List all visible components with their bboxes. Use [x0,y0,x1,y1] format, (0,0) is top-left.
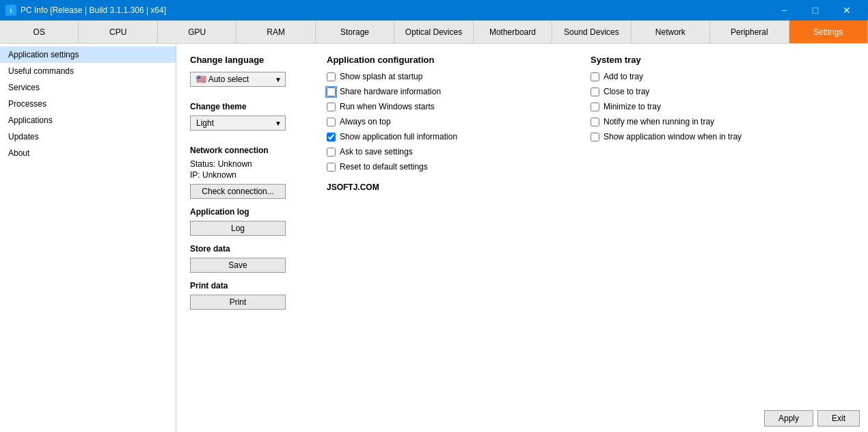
minimize-button[interactable]: − [768,0,800,21]
checkbox-show-window-tray-input[interactable] [591,133,599,141]
sidebar-item-applications[interactable]: Applications [0,112,176,129]
checkbox-run-windows-label: Run when Windows starts [340,102,435,111]
checkbox-splash-label: Show splash at startup [340,72,422,81]
close-button[interactable]: ✕ [831,0,863,21]
checkbox-reset-default-input[interactable] [327,163,336,172]
change-language-header: Change language [190,55,313,65]
checkbox-show-window-tray: Show application window when in tray [591,132,841,141]
content-area: Change language 🇺🇸 Auto select ▼ Change … [176,44,868,432]
tab-ram[interactable]: RAM [236,21,315,43]
maximize-button[interactable]: □ [800,0,831,21]
sidebar-item-processes[interactable]: Processes [0,96,176,112]
checkbox-minimize-tray-input[interactable] [591,103,599,111]
change-theme-header: Change theme [190,102,313,111]
checkbox-run-windows: Run when Windows starts [327,102,577,111]
checkbox-notify-tray-input[interactable] [591,118,599,126]
checkbox-close-tray-input[interactable] [591,87,599,96]
save-button[interactable]: Save [190,258,286,273]
checkbox-full-info: Show application full information [327,132,577,141]
tab-peripheral[interactable]: Peripheral [710,21,789,43]
tab-motherboard[interactable]: Motherboard [474,21,552,43]
website-link[interactable]: JSOFTJ.COM [327,183,577,192]
settings-col-1: Change language 🇺🇸 Auto select ▼ Change … [190,55,327,421]
main-layout: Application settings Useful commands Ser… [0,44,868,432]
checkbox-splash: Show splash at startup [327,72,577,81]
tab-gpu[interactable]: GPU [158,21,236,43]
sidebar-item-updates[interactable]: Updates [0,129,176,145]
checkbox-notify-tray: Notify me when running in tray [591,117,841,126]
store-data-header: Store data [190,244,313,254]
sidebar-item-app-settings[interactable]: Application settings [0,46,176,63]
checkbox-full-info-label: Show application full information [340,132,457,141]
checkbox-reset-default: Reset to default settings [327,162,577,172]
window-controls: − □ ✕ [768,0,863,21]
settings-col-3: System tray Add to tray Close to tray Mi… [591,55,854,421]
tab-sound[interactable]: Sound Devices [552,21,631,43]
checkbox-ask-save-label: Ask to save settings [340,147,413,157]
checkbox-add-tray-input[interactable] [591,72,599,81]
checkbox-minimize-tray: Minimize to tray [591,102,841,111]
checkbox-always-top-label: Always on top [340,117,391,126]
language-dropdown-wrapper: 🇺🇸 Auto select ▼ [190,72,286,87]
checkbox-close-tray: Close to tray [591,87,841,96]
tab-os[interactable]: OS [0,21,79,43]
checkbox-notify-tray-label: Notify me when running in tray [603,117,714,126]
check-connection-button[interactable]: Check connection... [190,184,286,199]
tab-network[interactable]: Network [632,21,710,43]
theme-dropdown[interactable]: Light Dark [190,116,286,131]
checkbox-minimize-tray-label: Minimize to tray [603,102,661,111]
settings-columns: Change language 🇺🇸 Auto select ▼ Change … [190,55,854,421]
tab-settings[interactable]: Settings [789,21,868,43]
apply-button[interactable]: Apply [764,410,813,427]
checkbox-show-window-tray-label: Show application window when in tray [603,132,742,141]
tab-storage[interactable]: Storage [316,21,394,43]
checkbox-run-windows-input[interactable] [327,103,336,111]
tab-cpu[interactable]: CPU [79,21,157,43]
checkbox-splash-input[interactable] [327,72,336,81]
app-config-header: Application configuration [327,55,577,65]
print-data-header: Print data [190,281,313,291]
checkbox-share: Share hardware information [327,87,577,96]
sidebar-item-about[interactable]: About [0,145,176,161]
language-dropdown[interactable]: 🇺🇸 Auto select [190,72,286,87]
checkbox-ask-save: Ask to save settings [327,147,577,157]
checkbox-share-input[interactable] [327,87,336,96]
network-ip: IP: Unknown [190,170,313,180]
theme-dropdown-wrapper: Light Dark ▼ [190,116,286,131]
checkbox-always-top-input[interactable] [327,118,336,126]
settings-col-2: Application configuration Show splash at… [327,55,591,421]
bottom-bar: Apply Exit [756,405,868,432]
title-bar: i PC Info [Release | Build 3.1.1.306 | x… [0,0,868,21]
checkbox-always-top: Always on top [327,117,577,126]
checkbox-add-tray-label: Add to tray [603,72,643,81]
system-tray-header: System tray [591,55,841,65]
print-button[interactable]: Print [190,295,286,310]
application-log-header: Application log [190,207,313,217]
checkbox-reset-default-label: Reset to default settings [340,162,428,172]
title-bar-title: PC Info [Release | Build 3.1.1.306 | x64… [21,5,768,15]
sidebar-item-useful-commands[interactable]: Useful commands [0,63,176,79]
checkbox-full-info-input[interactable] [327,133,336,141]
sidebar-item-services[interactable]: Services [0,79,176,96]
checkbox-add-tray: Add to tray [591,72,841,81]
app-icon: i [5,5,16,16]
tab-optical[interactable]: Optical Devices [394,21,473,43]
log-button[interactable]: Log [190,221,286,236]
exit-button[interactable]: Exit [817,410,860,427]
checkbox-close-tray-label: Close to tray [603,87,649,96]
tab-bar: OS CPU GPU RAM Storage Optical Devices M… [0,21,868,44]
network-status: Status: Unknown [190,159,313,169]
checkbox-ask-save-input[interactable] [327,148,336,157]
sidebar: Application settings Useful commands Ser… [0,44,176,432]
network-connection-header: Network connection [190,146,313,155]
checkbox-share-label: Share hardware information [340,87,441,96]
